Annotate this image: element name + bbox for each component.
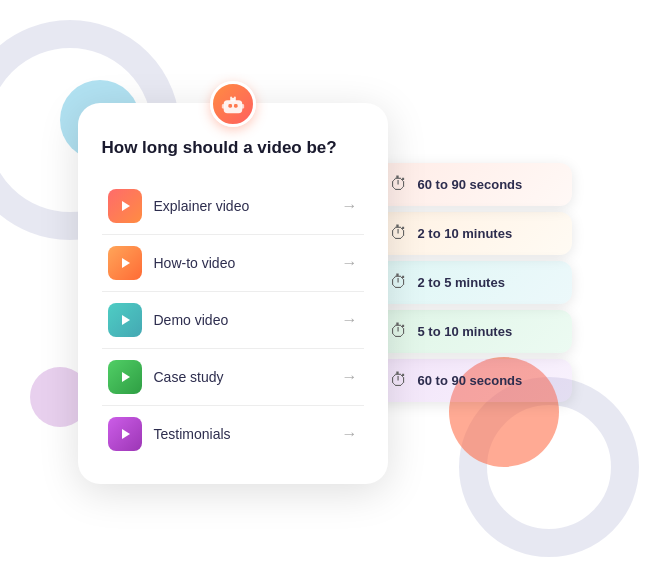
duration-cards-container: ⏱ 60 to 90 seconds ⏱ 2 to 10 minutes ⏱ 2…: [372, 163, 572, 402]
svg-marker-10: [122, 372, 130, 382]
duration-text-dc2: 2 to 10 minutes: [418, 226, 513, 241]
card-title: How long should a video be?: [102, 137, 364, 160]
menu-arrow-demo: →: [342, 311, 358, 329]
menu-arrow-howto: →: [342, 254, 358, 272]
duration-text-dc3: 2 to 5 minutes: [418, 275, 505, 290]
divider-2: [102, 348, 364, 349]
menu-item-testimonials[interactable]: Testimonials →: [102, 408, 364, 460]
menu-icon-explainer: [108, 189, 142, 223]
menu-icon-demo: [108, 303, 142, 337]
divider-3: [102, 405, 364, 406]
clock-icon-dc3: ⏱: [390, 272, 408, 293]
svg-rect-1: [228, 104, 232, 108]
clock-icon-dc4: ⏱: [390, 321, 408, 342]
menu-icon-casestudy: [108, 360, 142, 394]
menu-label-testimonials: Testimonials: [154, 426, 330, 442]
menu-icon-howto: [108, 246, 142, 280]
menu-arrow-explainer: →: [342, 197, 358, 215]
menu-item-demo[interactable]: Demo video →: [102, 294, 364, 346]
menu-item-howto[interactable]: How-to video →: [102, 237, 364, 289]
menu-label-casestudy: Case study: [154, 369, 330, 385]
duration-card-dc2: ⏱ 2 to 10 minutes: [372, 212, 572, 255]
svg-marker-11: [122, 429, 130, 439]
divider-1: [102, 291, 364, 292]
menu-label-demo: Demo video: [154, 312, 330, 328]
duration-card-dc4: ⏱ 5 to 10 minutes: [372, 310, 572, 353]
svg-marker-7: [122, 201, 130, 211]
clock-icon-dc5: ⏱: [390, 370, 408, 391]
menu-label-howto: How-to video: [154, 255, 330, 271]
menu-label-explainer: Explainer video: [154, 198, 330, 214]
svg-rect-5: [221, 104, 224, 109]
clock-icon-dc2: ⏱: [390, 223, 408, 244]
duration-text-dc5: 60 to 90 seconds: [418, 373, 523, 388]
question-card: How long should a video be? Explainer vi…: [78, 103, 388, 484]
svg-rect-2: [233, 104, 237, 108]
divider-0: [102, 234, 364, 235]
duration-card-dc1: ⏱ 60 to 90 seconds: [372, 163, 572, 206]
duration-text-dc1: 60 to 90 seconds: [418, 177, 523, 192]
menu-arrow-casestudy: →: [342, 368, 358, 386]
svg-point-4: [231, 95, 234, 98]
duration-card-dc3: ⏱ 2 to 5 minutes: [372, 261, 572, 304]
duration-card-dc5: ⏱ 60 to 90 seconds: [372, 359, 572, 402]
menu-item-explainer[interactable]: Explainer video →: [102, 180, 364, 232]
duration-text-dc4: 5 to 10 minutes: [418, 324, 513, 339]
robot-icon: [220, 91, 246, 117]
svg-marker-8: [122, 258, 130, 268]
menu-list: Explainer video → How-to video → Demo vi…: [102, 180, 364, 460]
menu-item-casestudy[interactable]: Case study →: [102, 351, 364, 403]
svg-rect-0: [223, 100, 242, 113]
svg-rect-6: [241, 104, 244, 109]
svg-marker-9: [122, 315, 130, 325]
main-container: How long should a video be? Explainer vi…: [78, 103, 572, 484]
avatar-badge: [210, 81, 256, 127]
clock-icon-dc1: ⏱: [390, 174, 408, 195]
menu-arrow-testimonials: →: [342, 425, 358, 443]
menu-icon-testimonials: [108, 417, 142, 451]
